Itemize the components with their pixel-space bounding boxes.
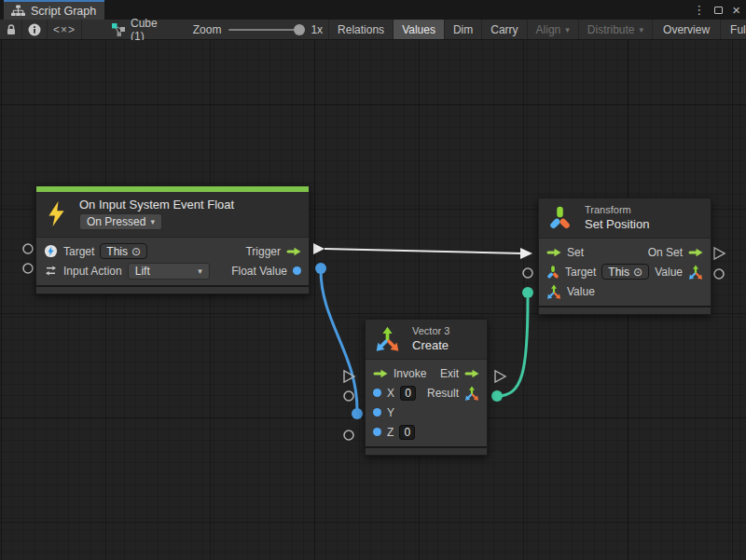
create-invoke-row: Invoke Exit [373,363,479,383]
node-category: Transform [585,204,649,215]
event-inputaction-row: Input Action Lift ▾ Float Value [44,261,301,280]
float-value-label: Float Value [231,265,287,278]
close-icon[interactable]: × [732,3,740,17]
script-graph-window: Script Graph ⋮ × <×> Cube (1) Zoom 1x Re… [0,0,746,560]
z-label: Z [387,426,394,439]
menu-icon[interactable]: ⋮ [693,4,705,16]
carry-button[interactable]: Carry [482,20,527,39]
node-on-input-system-event-float[interactable]: On Input System Event Float On Pressed ▾… [35,185,310,294]
graph-selector-label: Cube (1) [131,17,158,43]
create-z-row: Z 0 [373,422,479,442]
flow-arrow-icon[interactable] [286,247,301,256]
lightning-icon [48,201,65,226]
overview-button[interactable]: Overview [653,20,721,39]
full-screen-button[interactable]: Full Screen [721,20,746,39]
value-out-label: Value [655,266,683,279]
script-graph-icon [11,5,25,17]
tab-title: Script Graph [31,5,96,18]
zoom-slider[interactable] [228,29,303,31]
vector3-icon [375,326,400,351]
graph-toolbar: <×> Cube (1) Zoom 1x Relations Values Di… [0,20,746,40]
node-transform-set-position[interactable]: Transform Set Position Set On Set Target… [538,198,711,315]
graph-selector-icon [112,23,125,36]
value-port-dot[interactable] [373,389,381,397]
vector3-icon[interactable] [546,284,561,299]
target-label: Target [63,245,94,258]
flow-arrow-icon[interactable] [373,369,388,378]
node-footer [366,446,487,455]
graph-selector[interactable]: Cube (1) [103,20,167,39]
target-object-field[interactable]: This ⊙ [100,243,147,259]
trigger-label: Trigger [245,245,281,258]
vector3-icon[interactable] [688,265,703,280]
chevron-down-icon: ▾ [198,266,202,276]
value-port-dot[interactable] [373,408,381,417]
lock-icon [6,23,17,35]
distribute-dropdown[interactable]: Distribute ▾ [579,20,653,39]
z-value-field[interactable]: 0 [399,425,415,440]
target-value: This [608,266,629,279]
transform-icon [546,266,560,279]
zoom-value: 1x [311,23,323,36]
result-label: Result [427,387,459,400]
node-title: On Input System Event Float [79,198,234,212]
chevron-down-icon: ▾ [640,25,644,34]
x-label: X [387,387,394,400]
node-vector3-create[interactable]: Vector 3 Create Invoke Exit X 0 Result [365,319,488,456]
input-action-label: Input Action [63,265,122,278]
flow-arrow-icon[interactable] [688,248,703,257]
y-label: Y [387,406,394,419]
info-icon [28,23,41,36]
target-object-field[interactable]: This ⊙ [601,264,649,280]
node-title: Set Position [585,217,649,231]
flow-arrow-icon[interactable] [464,369,479,378]
target-label: Target [565,266,596,279]
value-port-dot[interactable] [373,428,381,436]
align-label: Align [536,23,561,36]
chevron-down-icon: ▾ [565,25,570,34]
flow-arrow-icon[interactable] [546,248,561,257]
transform-icon [548,205,572,230]
node-footer [539,306,711,314]
transform-value-row: Value [546,281,703,301]
vector3-icon[interactable] [464,386,479,401]
info-button[interactable] [22,20,48,39]
input-action-value: Lift [135,265,150,278]
input-action-dropdown[interactable]: Lift ▾ [128,263,210,280]
maximize-icon[interactable] [714,7,723,14]
relations-button[interactable]: Relations [328,20,394,39]
value-in-label: Value [567,285,595,298]
zoom-slider-handle[interactable] [294,24,305,35]
zoom-control: Zoom 1x [193,20,323,39]
event-target-row: Target This ⊙ Trigger [44,241,301,261]
dim-button[interactable]: Dim [445,20,482,39]
event-mode-dropdown[interactable]: On Pressed ▾ [79,213,162,230]
create-y-row: Y [373,403,479,422]
event-mode-value: On Pressed [87,215,145,228]
lock-button[interactable] [0,20,22,39]
exit-label: Exit [440,367,459,380]
on-set-label: On Set [648,246,683,259]
code-icon: <×> [53,23,76,36]
transform-target-row: Target This ⊙ Value [546,262,703,281]
tab-script-graph[interactable]: Script Graph [4,0,104,20]
code-view-button[interactable]: <×> [48,20,82,39]
align-dropdown[interactable]: Align ▾ [528,20,579,39]
value-port-dot[interactable] [293,266,301,275]
object-picker-icon: ⊙ [131,246,141,257]
set-label: Set [567,246,584,259]
create-x-row: X 0 Result [373,383,479,403]
zoom-label: Zoom [193,23,222,36]
tab-bar: Script Graph ⋮ × [0,0,746,20]
node-category: Vector 3 [412,325,449,336]
target-value: This [106,245,128,258]
invoke-label: Invoke [394,367,426,380]
node-footer [36,285,309,294]
event-target-icon [44,244,58,258]
input-action-icon [44,264,58,278]
distribute-label: Distribute [587,23,635,36]
values-button[interactable]: Values [394,20,445,39]
x-value-field[interactable]: 0 [400,386,416,401]
object-picker-icon: ⊙ [633,266,642,278]
window-controls: ⋮ × [693,0,742,20]
